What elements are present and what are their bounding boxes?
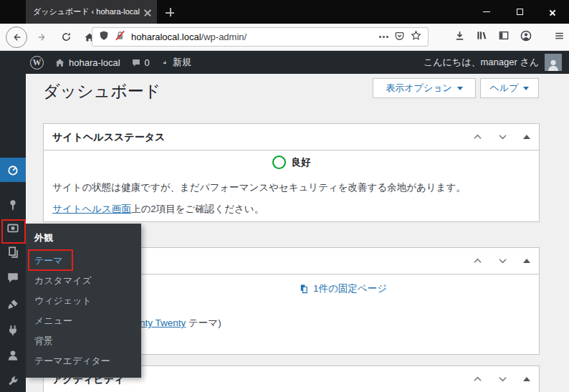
menu-item-themes[interactable]: テーマ bbox=[26, 251, 141, 271]
menu-item-background[interactable]: 背景 bbox=[26, 331, 141, 351]
user-silhouette-icon bbox=[546, 58, 560, 71]
move-up-icon[interactable] bbox=[473, 133, 482, 141]
pages-count-link[interactable]: 1件の固定ページ bbox=[313, 282, 387, 295]
screen-options-button[interactable]: 表示オプション bbox=[373, 78, 476, 98]
arrow-left-icon bbox=[11, 32, 21, 42]
site-health-panel: サイトヘルスステータス 良好 サイトの状態は健康ですが、まだパフォーマンスやセキ… bbox=[43, 123, 540, 222]
library-icon[interactable] bbox=[476, 30, 487, 44]
site-health-description: サイトの状態は健康ですが、まだパフォーマンスやセキュリティを改善する余地がありま… bbox=[52, 181, 466, 194]
titlebar: ダッシュボード ‹ hohara-local — Word bbox=[0, 0, 569, 24]
plus-icon bbox=[163, 5, 177, 19]
admin-bar-comments[interactable]: 0 bbox=[131, 57, 150, 68]
minimize-button[interactable] bbox=[470, 0, 503, 24]
wordpress-logo-icon[interactable]: W bbox=[30, 56, 44, 70]
toggle-panel-icon[interactable] bbox=[523, 377, 530, 381]
paintbrush-icon bbox=[6, 298, 19, 311]
panel-title: サイトヘルスステータス bbox=[52, 124, 165, 150]
pocket-icon[interactable] bbox=[394, 31, 405, 44]
site-health-screen-link[interactable]: サイトヘルス画面 bbox=[52, 204, 131, 214]
comments-icon bbox=[6, 271, 19, 284]
menu-item-menus[interactable]: メニュー bbox=[26, 311, 141, 331]
move-up-icon[interactable] bbox=[473, 257, 482, 265]
chevron-down-icon bbox=[457, 87, 463, 90]
comment-bubble-icon bbox=[131, 58, 141, 67]
new-tab-button[interactable] bbox=[163, 5, 177, 19]
downloads-icon[interactable] bbox=[454, 30, 465, 44]
appearance-flyout-menu: 外観 テーマ カスタマイズ ウィジェット メニュー 背景 テーマエディター bbox=[26, 224, 141, 378]
arrow-right-icon bbox=[37, 32, 47, 42]
glance-theme-line: nty Twenty テーマ) bbox=[140, 317, 221, 330]
close-icon bbox=[548, 8, 557, 16]
tracking-shield-icon[interactable] bbox=[99, 30, 109, 44]
toggle-panel-icon[interactable] bbox=[523, 135, 530, 139]
menu-comments[interactable] bbox=[0, 267, 26, 288]
menu-users[interactable] bbox=[0, 345, 26, 366]
browser-window: ダッシュボード ‹ hohara-local — Word bbox=[0, 0, 569, 392]
pages-icon bbox=[299, 284, 309, 294]
close-button[interactable] bbox=[536, 0, 569, 24]
toggle-panel-icon[interactable] bbox=[523, 259, 530, 263]
tab-title: ダッシュボード ‹ hohara-local — Word bbox=[33, 6, 140, 17]
menu-dashboard[interactable] bbox=[0, 158, 26, 182]
menu-posts[interactable] bbox=[0, 194, 26, 216]
menu-pages[interactable] bbox=[0, 242, 26, 263]
browser-tab[interactable]: ダッシュボード ‹ hohara-local — Word bbox=[26, 0, 157, 24]
plug-icon bbox=[6, 324, 19, 337]
move-down-icon[interactable] bbox=[498, 375, 507, 383]
pushpin-icon bbox=[6, 199, 19, 211]
chevron-down-icon bbox=[523, 87, 529, 90]
site-health-link-line: サイトヘルス画面上の2項目をご確認ください。 bbox=[52, 203, 264, 216]
admin-bar-new[interactable]: 新規 bbox=[161, 56, 191, 69]
menu-appearance[interactable] bbox=[0, 294, 26, 315]
help-button[interactable]: ヘルプ bbox=[480, 78, 539, 98]
theme-link[interactable]: nty Twenty bbox=[140, 317, 186, 328]
pages-icon bbox=[6, 246, 19, 259]
account-icon[interactable] bbox=[520, 30, 532, 44]
menu-item-theme-editor[interactable]: テーマエディター bbox=[26, 351, 141, 371]
page-actions-icon[interactable] bbox=[379, 36, 388, 38]
reload-button[interactable] bbox=[57, 29, 75, 46]
move-up-icon[interactable] bbox=[473, 375, 482, 383]
wp-admin-bar: W hohara-local 0 新規 こんにちは、manager さん bbox=[0, 51, 569, 74]
appearance-menu-title[interactable]: 外観 bbox=[26, 224, 141, 251]
glance-pages-item: 1件の固定ページ bbox=[299, 282, 387, 295]
status-good-circle-icon bbox=[272, 156, 286, 169]
menu-item-widgets[interactable]: ウィジェット bbox=[26, 291, 141, 311]
browser-toolbar: hoharalocal.local/wp-admin/ bbox=[0, 24, 569, 51]
menu-media[interactable] bbox=[0, 217, 26, 239]
wp-admin-menu bbox=[0, 74, 26, 392]
menu-item-customize[interactable]: カスタマイズ bbox=[26, 271, 141, 291]
minimize-icon bbox=[483, 11, 490, 13]
back-button[interactable] bbox=[6, 27, 27, 48]
wrench-icon bbox=[6, 375, 19, 388]
admin-bar-greeting[interactable]: こんにちは、manager さん bbox=[424, 56, 539, 69]
bookmark-star-icon[interactable] bbox=[411, 30, 421, 44]
admin-bar-site-name[interactable]: hohara-local bbox=[54, 57, 120, 68]
window-controls bbox=[470, 0, 569, 24]
maximize-button[interactable] bbox=[503, 0, 536, 24]
home-icon bbox=[54, 57, 65, 68]
move-down-icon[interactable] bbox=[498, 257, 507, 265]
forward-button[interactable] bbox=[34, 29, 51, 46]
panel-header: サイトヘルスステータス bbox=[44, 124, 539, 150]
menu-tools[interactable] bbox=[0, 371, 26, 392]
menu-plugins[interactable] bbox=[0, 320, 26, 341]
insecure-lock-icon[interactable] bbox=[115, 30, 125, 44]
hamburger-menu-icon[interactable] bbox=[554, 31, 565, 44]
page-title: ダッシュボード bbox=[43, 80, 161, 102]
maximize-icon bbox=[517, 9, 523, 15]
media-icon bbox=[6, 221, 19, 234]
user-icon bbox=[6, 349, 19, 362]
move-down-icon[interactable] bbox=[498, 133, 507, 141]
url-domain: hoharalocal.local bbox=[131, 32, 201, 42]
tab-close-icon[interactable] bbox=[143, 7, 153, 17]
url-path: /wp-admin/ bbox=[201, 32, 247, 42]
site-health-status: 良好 bbox=[44, 156, 539, 169]
url-text: hoharalocal.local/wp-admin/ bbox=[131, 32, 373, 42]
dashboard-icon bbox=[6, 163, 19, 176]
plus-icon bbox=[161, 58, 169, 67]
address-bar[interactable]: hoharalocal.local/wp-admin/ bbox=[92, 27, 429, 47]
avatar[interactable] bbox=[545, 54, 562, 71]
reload-icon bbox=[61, 32, 72, 42]
sidebars-icon[interactable] bbox=[498, 30, 510, 44]
